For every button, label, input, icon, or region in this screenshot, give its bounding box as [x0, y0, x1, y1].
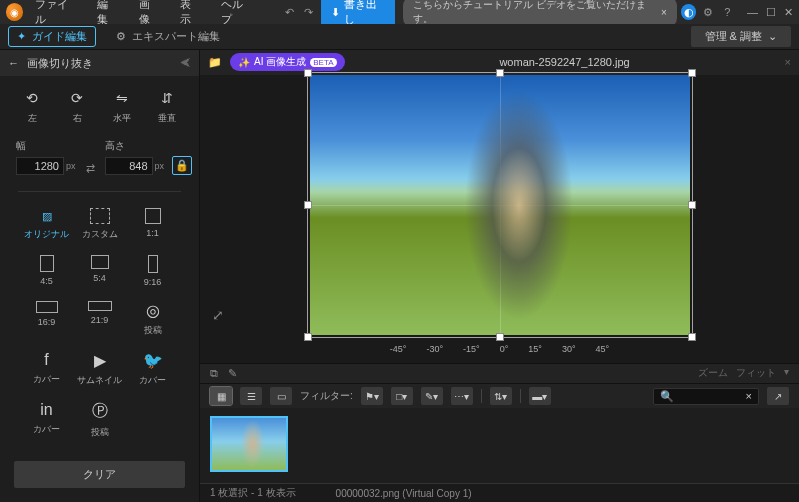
height-input[interactable]	[105, 157, 153, 175]
beta-badge: BETA	[310, 58, 336, 67]
crop-marquee[interactable]	[307, 72, 693, 338]
sliders-icon: ⚙	[116, 30, 126, 43]
filter-more-icon[interactable]: ⋯▾	[451, 387, 473, 405]
clear-search-icon[interactable]: ×	[746, 390, 752, 402]
filename-label: woman-2592247_1280.jpg	[353, 56, 777, 68]
pinterest-icon: Ⓟ	[92, 401, 108, 422]
filter-flag-icon[interactable]: ⚑▾	[361, 387, 383, 405]
sidebar-title: 画像切り抜き	[27, 56, 93, 71]
filter-label-icon[interactable]: □▾	[391, 387, 413, 405]
search-box[interactable]: 🔍×	[653, 388, 759, 405]
preset-9-16[interactable]: 9:16	[128, 255, 177, 287]
gear-icon[interactable]: ⚙	[700, 4, 715, 20]
sparkle-icon: ✨	[238, 57, 250, 68]
preset-5-4[interactable]: 5:4	[75, 255, 124, 287]
mode-expert[interactable]: ⚙エキスパート編集	[108, 27, 228, 46]
preset-4-5[interactable]: 4:5	[22, 255, 71, 287]
preset-pinterest[interactable]: Ⓟ投稿	[75, 401, 124, 439]
preset-youtube[interactable]: ▶サムネイル	[75, 351, 124, 387]
redo-icon[interactable]: ↷	[301, 4, 316, 20]
minimize-icon[interactable]: —	[747, 6, 758, 19]
download-icon: ⬇	[331, 6, 340, 19]
filter-edit-icon[interactable]: ✎▾	[421, 387, 443, 405]
zoom-label: ズーム	[698, 366, 728, 380]
custom-icon	[90, 208, 110, 224]
facebook-icon: f	[44, 351, 48, 369]
twitter-icon: 🐦	[143, 351, 163, 370]
chevron-down-icon: ⌄	[768, 30, 777, 43]
rotate-left-icon: ⟲	[22, 88, 42, 108]
resize-tool-icon[interactable]: ⤢	[212, 307, 224, 323]
maximize-icon[interactable]: ☐	[766, 6, 776, 19]
close-file-icon[interactable]: ×	[785, 56, 791, 68]
flip-left[interactable]: ⟲左	[12, 88, 52, 125]
width-input[interactable]	[16, 157, 64, 175]
close-window-icon[interactable]: ✕	[784, 6, 793, 19]
collapse-icon[interactable]: ⮜	[180, 57, 191, 69]
thumbnail-1[interactable]	[210, 416, 288, 472]
wand-icon: ✦	[17, 30, 26, 43]
help-icon[interactable]: ?	[720, 4, 735, 20]
sort-icon[interactable]: ⇅▾	[490, 387, 512, 405]
swap-icon[interactable]: ⇄	[84, 162, 97, 175]
close-icon[interactable]: ×	[661, 7, 667, 18]
manage-button[interactable]: 管理 & 調整⌄	[691, 26, 791, 47]
view-detail-icon[interactable]: ▭	[270, 387, 292, 405]
status-selection: 1 枚選択 - 1 枚表示	[210, 486, 296, 500]
height-label: 高さ	[105, 139, 165, 153]
filter-label: フィルター:	[300, 389, 353, 403]
preset-21-9[interactable]: 21:9	[75, 301, 124, 337]
preset-1-1[interactable]: 1:1	[128, 208, 177, 241]
preset-linkedin[interactable]: inカバー	[22, 401, 71, 439]
status-filename: 00000032.png (Virtual Copy 1)	[336, 488, 472, 499]
crop-tool-icon[interactable]: ⧉	[210, 367, 218, 380]
lock-icon[interactable]: 🔒	[172, 156, 192, 175]
width-unit: px	[66, 161, 76, 171]
image-icon: ▨	[37, 208, 57, 224]
app-logo: ◉	[6, 3, 23, 21]
search-input[interactable]	[680, 391, 740, 402]
rotation-ruler[interactable]: -45°-30°-15°0°15°30°45°	[200, 335, 799, 363]
preset-instagram[interactable]: ◎投稿	[128, 301, 177, 337]
brush-tool-icon[interactable]: ✎	[228, 367, 237, 380]
handle-tl[interactable]	[304, 69, 312, 77]
width-label: 幅	[16, 139, 76, 153]
external-icon[interactable]: ↗	[767, 387, 789, 405]
flip-right[interactable]: ⟳右	[57, 88, 97, 125]
mode-guide[interactable]: ✦ガイド編集	[8, 26, 96, 47]
preset-original[interactable]: ▨オリジナル	[22, 208, 71, 241]
stack-icon[interactable]: ▬▾	[529, 387, 551, 405]
undo-icon[interactable]: ↶	[282, 4, 297, 20]
back-icon[interactable]: ←	[8, 57, 19, 69]
search-icon: 🔍	[660, 390, 674, 403]
view-grid-icon[interactable]: ▦	[210, 387, 232, 405]
preset-custom[interactable]: カスタム	[75, 208, 124, 241]
instagram-icon: ◎	[146, 301, 160, 320]
zoom-dropdown-icon[interactable]: ▾	[784, 366, 789, 380]
image-canvas[interactable]	[310, 75, 690, 335]
handle-r[interactable]	[688, 201, 696, 209]
account-icon[interactable]: ◐	[681, 4, 696, 20]
flip-horizontal[interactable]: ⇋水平	[102, 88, 142, 125]
handle-l[interactable]	[304, 201, 312, 209]
youtube-icon: ▶	[94, 351, 106, 370]
folder-icon[interactable]: 📁	[208, 56, 222, 69]
handle-tr[interactable]	[688, 69, 696, 77]
rotate-right-icon: ⟳	[67, 88, 87, 108]
view-list-icon[interactable]: ☰	[240, 387, 262, 405]
flip-v-icon: ⇵	[157, 88, 177, 108]
preset-facebook[interactable]: fカバー	[22, 351, 71, 387]
clear-button[interactable]: クリア	[14, 461, 185, 488]
flip-vertical[interactable]: ⇵垂直	[147, 88, 187, 125]
preset-twitter[interactable]: 🐦カバー	[128, 351, 177, 387]
handle-t[interactable]	[496, 69, 504, 77]
ai-generate-button[interactable]: ✨AI 画像生成BETA	[230, 53, 345, 71]
flip-h-icon: ⇋	[112, 88, 132, 108]
linkedin-icon: in	[40, 401, 52, 419]
fit-label[interactable]: フィット	[736, 366, 776, 380]
height-unit: px	[155, 161, 165, 171]
preset-16-9[interactable]: 16:9	[22, 301, 71, 337]
